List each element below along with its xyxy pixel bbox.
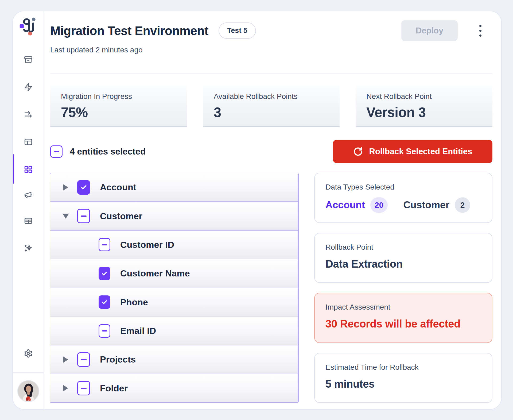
row-label: Customer — [100, 211, 142, 221]
rotate-cw-icon — [353, 147, 363, 156]
card-value: 30 Records will be affected — [325, 318, 481, 330]
active-nav-indicator — [13, 154, 14, 184]
row-checkbox[interactable] — [99, 324, 110, 338]
megaphone-icon — [24, 190, 33, 199]
row-checkbox[interactable] — [99, 238, 110, 251]
sidebar-item-archive[interactable] — [22, 54, 34, 66]
zap-icon — [24, 83, 33, 92]
row-label: Email ID — [120, 326, 156, 336]
page-title: Migration Test Environment — [50, 24, 208, 38]
estimated-time-card: Estimated Time for Rollback 5 minutes — [314, 353, 492, 403]
header: Migration Test Environment Test 5 Deploy — [50, 20, 492, 41]
row-label: Phone — [120, 297, 148, 307]
last-updated-text: Last updated 2 minutes ago — [50, 46, 492, 54]
sidebar-item-ai[interactable] — [22, 242, 34, 254]
chip-name: Customer — [403, 199, 449, 211]
entities-selected-text: 4 entities selected — [70, 147, 146, 157]
archive-icon — [24, 55, 33, 64]
caret-icon[interactable] — [63, 356, 69, 363]
stats-row: Migration In Progress 75% Available Roll… — [50, 86, 492, 127]
sidebar-item-layouts[interactable] — [22, 136, 34, 148]
panel-layout-icon — [24, 137, 33, 147]
app-logo-icon — [18, 16, 38, 36]
sparkles-icon — [24, 244, 33, 253]
row-label: Customer ID — [120, 240, 174, 250]
tree-row[interactable]: Email ID — [50, 317, 298, 345]
stat-value: 75% — [61, 105, 176, 120]
card-label: Estimated Time for Rollback — [325, 363, 481, 372]
stat-card-migration-progress: Migration In Progress 75% — [50, 86, 187, 127]
header-divider — [50, 73, 492, 74]
sidebar-divider — [13, 372, 44, 373]
stat-value: 3 — [214, 105, 329, 120]
stat-label: Available Rollback Points — [214, 92, 329, 101]
rollback-point-card: Rollback Point Data Extraction — [314, 233, 492, 283]
tree-row[interactable]: Customer — [50, 202, 298, 230]
row-label: Folder — [100, 383, 128, 394]
gear-icon — [24, 349, 33, 358]
row-checkbox[interactable] — [99, 267, 110, 280]
test-badge: Test 5 — [219, 22, 256, 39]
card-label: Impact Assessment — [325, 303, 481, 311]
entity-tree: Account Customer Customer ID Customer Na… — [50, 173, 299, 403]
row-checkbox[interactable] — [77, 352, 90, 367]
sidebar-item-settings[interactable] — [22, 348, 34, 359]
sidebar-item-tables[interactable] — [22, 215, 34, 227]
caret-icon[interactable] — [63, 184, 69, 191]
caret-icon[interactable] — [63, 213, 69, 219]
main-content: Migration Test Environment Test 5 Deploy… — [44, 11, 501, 409]
rollback-button-label: Rollback Selected Entities — [369, 147, 472, 156]
sidebar-item-automations[interactable] — [22, 81, 34, 93]
selection-row: 4 entities selected Rollback Selected En… — [50, 140, 492, 163]
table-icon — [24, 216, 33, 225]
chip-count-badge: 2 — [455, 197, 470, 213]
row-checkbox[interactable] — [77, 209, 90, 223]
chip-count-badge: 20 — [370, 197, 388, 213]
row-label: Customer Name — [120, 268, 190, 279]
stat-label: Migration In Progress — [61, 92, 176, 101]
sidebar — [13, 11, 44, 409]
stat-card-next-rollback: Next Rollback Point Version 3 — [356, 86, 492, 127]
kebab-menu-icon[interactable] — [477, 21, 483, 40]
sidebar-item-transfers[interactable] — [22, 109, 34, 121]
chip-name: Account — [325, 199, 365, 211]
caret-icon[interactable] — [63, 385, 69, 392]
deploy-button[interactable]: Deploy — [401, 20, 458, 41]
row-label: Account — [100, 182, 136, 192]
impact-assessment-card: Impact Assessment 30 Records will be aff… — [314, 293, 492, 343]
tree-row[interactable]: Phone — [50, 288, 298, 317]
card-value: 5 minutes — [325, 378, 481, 390]
tree-row[interactable]: Projects — [50, 345, 298, 374]
app-window: Migration Test Environment Test 5 Deploy… — [12, 11, 502, 410]
data-types-card: Data Types Selected Account 20 Customer … — [314, 173, 492, 223]
tree-row[interactable]: Customer Name — [50, 259, 298, 288]
sidebar-item-entities[interactable] — [22, 164, 34, 175]
content-body: Account Customer Customer ID Customer Na… — [50, 173, 492, 403]
stat-card-rollback-points: Available Rollback Points 3 — [203, 86, 340, 127]
data-type-chip-account[interactable]: Account 20 — [325, 197, 388, 213]
card-label: Rollback Point — [325, 243, 481, 252]
data-type-chip-customer[interactable]: Customer 2 — [403, 197, 470, 213]
select-all-checkbox[interactable] — [50, 145, 63, 158]
tree-row[interactable]: Account — [50, 173, 298, 202]
data-type-chips: Account 20 Customer 2 — [325, 197, 481, 213]
row-label: Projects — [100, 354, 136, 365]
grid-icon — [24, 165, 33, 174]
card-label: Data Types Selected — [325, 183, 481, 191]
sidebar-item-announcements[interactable] — [22, 189, 34, 201]
stat-value: Version 3 — [366, 105, 482, 120]
card-value: Data Extraction — [325, 258, 481, 270]
stat-label: Next Rollback Point — [366, 92, 482, 101]
tree-row[interactable]: Folder — [50, 374, 298, 402]
row-checkbox[interactable] — [77, 180, 90, 195]
row-checkbox[interactable] — [99, 295, 110, 309]
user-avatar[interactable] — [17, 380, 39, 402]
arrows-right-icon — [24, 110, 33, 119]
rollback-selected-button[interactable]: Rollback Selected Entities — [333, 140, 492, 163]
tree-row[interactable]: Customer ID — [50, 231, 298, 259]
row-checkbox[interactable] — [77, 381, 90, 395]
summary-panel: Data Types Selected Account 20 Customer … — [314, 173, 492, 403]
